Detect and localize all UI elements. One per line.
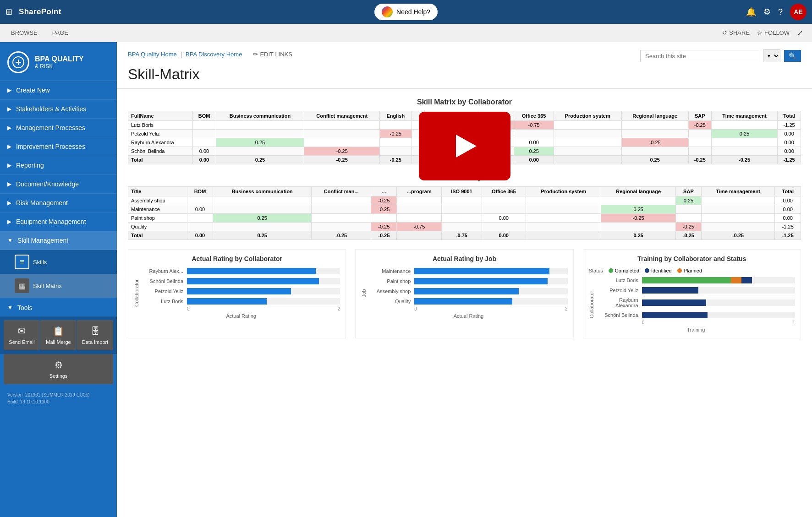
- search-input[interactable]: [640, 50, 759, 62]
- sidebar-item-document[interactable]: ▶ Document/Knowledge: [0, 175, 117, 194]
- cell-regional: -0.25: [621, 138, 688, 147]
- planned-bar: [731, 277, 741, 283]
- nav-label: Stakeholders & Activities: [16, 105, 86, 113]
- sidebar-item-reporting[interactable]: ▶ Reporting: [0, 156, 117, 175]
- cell-name: Assembly shop: [128, 196, 187, 205]
- sidebar-item-stakeholders[interactable]: ▶ Stakeholders & Activities: [0, 100, 117, 119]
- sidebar-item-management[interactable]: ▶ Management Processes: [0, 119, 117, 137]
- fullscreen-icon[interactable]: ⤢: [797, 28, 803, 37]
- sidebar-item-skill-management[interactable]: ▼ Skill Management: [0, 231, 117, 250]
- cell-bcomm: [213, 205, 312, 214]
- col-english: English: [380, 111, 412, 121]
- bar-row: Lutz Boris: [597, 277, 795, 283]
- youtube-video-overlay[interactable]: [419, 112, 510, 180]
- matrix-job-section: Skill Matrix by Job Title BOM Business c…: [128, 174, 801, 240]
- help-icon[interactable]: ?: [778, 7, 783, 17]
- sidebar-sub-items: ≡ Skills ▦ Skill Matrix: [0, 250, 117, 298]
- cell-english: -0.25: [371, 196, 397, 205]
- sidebar-item-risk[interactable]: ▶ Risk Management: [0, 194, 117, 212]
- bar-fill: [414, 288, 518, 294]
- sidebar-subitem-skills[interactable]: ≡ Skills: [0, 250, 117, 274]
- mail-merge-button[interactable]: 📋 Mail Merge: [40, 320, 77, 350]
- cell-bom: 0.00: [192, 156, 216, 164]
- arrow-icon: ▶: [7, 87, 11, 93]
- cell-sap: [688, 147, 711, 156]
- send-email-button[interactable]: ✉ Send Email: [4, 320, 40, 350]
- cell-induction: [397, 231, 442, 240]
- bar-fill: [414, 268, 549, 274]
- bar-track: [187, 298, 340, 305]
- bar-row: Lutz Boris: [142, 298, 340, 305]
- cell-name: Quality: [128, 223, 187, 231]
- need-help-label: Need Help?: [396, 8, 430, 16]
- cell-name: Total: [128, 156, 193, 164]
- chart-training-ylabel: Collaborator: [589, 277, 594, 332]
- sidebar-logo: BPA QUALITY & RISK: [0, 42, 117, 81]
- matrix-job-table: Title BOM Business communication Conflic…: [128, 186, 801, 240]
- data-import-icon: 🗄: [91, 326, 100, 337]
- col-total: Total: [778, 111, 801, 121]
- logo-line1: BPA QUALITY: [35, 55, 84, 63]
- breadcrumb-discovery[interactable]: BPA Discovery Home: [186, 51, 242, 58]
- cell-time: [711, 138, 777, 147]
- arrow-icon: ▶: [7, 200, 11, 206]
- cell-name: Paint shop: [128, 214, 187, 223]
- cell-bom: [192, 121, 216, 130]
- breadcrumb-home[interactable]: BPA Quality Home: [128, 51, 177, 58]
- sidebar-item-create-new[interactable]: ▶ Create New: [0, 81, 117, 100]
- data-import-button[interactable]: 🗄 Data Import: [77, 320, 113, 350]
- cell-office: [514, 130, 554, 138]
- cell-total: 0.00: [775, 214, 801, 223]
- logo-svg: [12, 56, 25, 69]
- chart-xlabel: Actual Rating: [369, 313, 567, 319]
- col-time: Time management: [701, 187, 775, 196]
- cell-time: [701, 205, 775, 214]
- edit-links[interactable]: ✏ EDIT LINKS: [253, 51, 292, 58]
- search-dropdown[interactable]: ▾: [763, 49, 780, 62]
- content-area: BPA Quality Home | BPA Discovery Home ✏ …: [117, 42, 812, 517]
- arrow-icon: ▶: [7, 162, 11, 169]
- sidebar-subitem-skill-matrix[interactable]: ▦ Skill Matrix: [0, 274, 117, 298]
- cell-regional: [621, 130, 688, 138]
- completed-label: Completed: [615, 268, 639, 273]
- status-label: Status: [589, 268, 603, 273]
- search-button[interactable]: 🔍: [784, 50, 801, 62]
- grid-icon[interactable]: ⊞: [5, 7, 12, 17]
- bar-row: Maintenance: [369, 268, 567, 274]
- settings-button[interactable]: ⚙ Settings: [4, 354, 113, 384]
- chart-training: Training by Collaborator and Status Stat…: [583, 249, 801, 338]
- share-button[interactable]: ↺ SHARE: [722, 29, 750, 36]
- bar-track: [414, 278, 567, 284]
- cell-time: [701, 214, 775, 223]
- sidebar-item-improvement[interactable]: ▶ Improvement Processes: [0, 137, 117, 156]
- browse-tab[interactable]: BROWSE: [9, 26, 39, 40]
- cell-name: Petzold Yeliz: [128, 130, 193, 138]
- bar-label: Lutz Boris: [142, 299, 183, 304]
- bar-label: Petzold Yeliz: [142, 288, 183, 294]
- need-help-button[interactable]: Need Help?: [374, 4, 438, 20]
- bar-label: Quality: [369, 299, 411, 304]
- col-conflict: Conflict management: [304, 111, 380, 121]
- col-sap: SAP: [675, 187, 701, 196]
- follow-button[interactable]: ☆ FOLLOW: [757, 29, 790, 36]
- cell-english: -0.25: [371, 205, 397, 214]
- cell-induction: [397, 205, 442, 214]
- col-total: Total: [775, 187, 801, 196]
- cell-total: -1.25: [775, 231, 801, 240]
- bar-chart-collaborator: Rayburn Alex... Schöni Belinda: [142, 268, 340, 305]
- send-email-label: Send Email: [9, 339, 34, 345]
- page-tab[interactable]: PAGE: [50, 26, 70, 40]
- matrix-section-wrapper: Skill Matrix by Collaborator FullName BO…: [128, 98, 801, 240]
- tools-header[interactable]: ▼ Tools: [0, 299, 117, 316]
- chart-collaborator-title: Actual Rating by Collaborator: [134, 255, 340, 262]
- bar-label: Maintenance: [369, 268, 411, 274]
- cell-sap: [688, 130, 711, 138]
- settings-icon[interactable]: ⚙: [763, 7, 771, 17]
- cell-iso: [442, 214, 482, 223]
- cell-office: [482, 205, 526, 214]
- avatar[interactable]: AE: [790, 4, 807, 20]
- cell-sap: -0.25: [688, 156, 711, 164]
- sidebar-item-equipment[interactable]: ▶ Equipment Management: [0, 212, 117, 231]
- bar-label: Assembly shop: [369, 288, 411, 294]
- notification-icon[interactable]: 🔔: [746, 7, 756, 17]
